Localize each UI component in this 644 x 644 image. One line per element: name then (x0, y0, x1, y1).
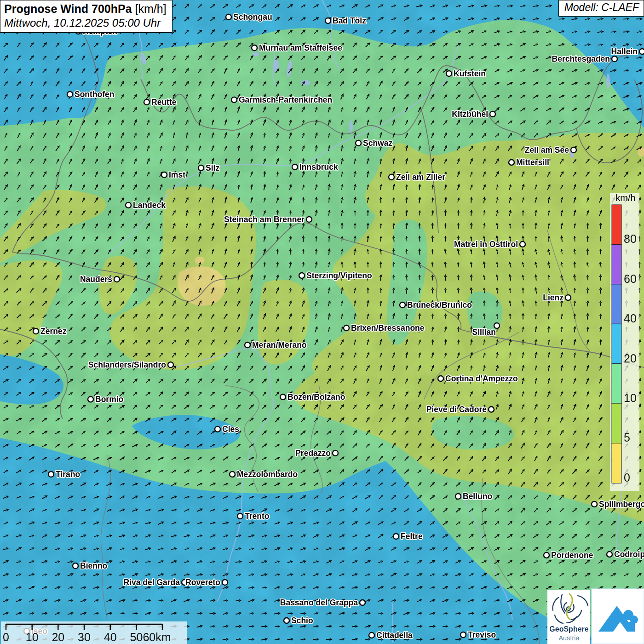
city-label: Tirano (56, 470, 80, 479)
map-title: Prognose Wind 700hPa (4, 2, 132, 15)
city-marker (222, 580, 228, 585)
city-marker (333, 450, 338, 456)
city-label: Belluno (463, 492, 492, 501)
city-label: Cittadella (376, 631, 413, 640)
city-label: Treviso (468, 630, 496, 639)
city-label: Mittersill (516, 158, 549, 167)
city-label: Mezzolombardo (237, 470, 298, 479)
city-label: Predazzo (295, 448, 331, 458)
legend-color-swatch (612, 244, 621, 284)
city-marker (356, 140, 361, 146)
legend-tick-label: 0 (624, 471, 630, 484)
city: Zell am See (525, 145, 576, 155)
city-label: Zell am See (525, 145, 569, 155)
city-label: Nauders (80, 275, 112, 284)
city-marker (455, 494, 461, 499)
city-label: Kufstein (454, 69, 486, 78)
legend-color-swatch (612, 205, 621, 245)
city: Meran/Merano (245, 340, 307, 350)
scale-tick-label: 30 (78, 631, 91, 644)
city-marker (284, 618, 289, 623)
city-marker (226, 14, 231, 20)
city-marker (571, 147, 576, 153)
weather-map-stage: SchongauBad TölzKemptenMurnau am Staffel… (0, 0, 644, 644)
city-label: Sterzing/Vipiteno (306, 271, 372, 280)
city: Matrei in Osttirol (454, 240, 525, 249)
city-marker (231, 97, 237, 103)
city-label: Cortina d'Ampezzo (445, 374, 518, 383)
city: Cortina d'Ampezzo (438, 374, 518, 383)
city: Brixen/Bressanone (344, 323, 425, 333)
city-marker (245, 342, 250, 348)
city-marker (325, 18, 331, 23)
city-marker (126, 202, 131, 208)
city-marker (639, 49, 644, 54)
city-label: Sonthofen (75, 90, 115, 99)
title-box: Prognose Wind 700hPa [km/h] Mittwoch, 10… (0, 0, 172, 33)
city-marker (369, 632, 374, 638)
city-label: Brixen/Bressanone (351, 323, 425, 333)
city: Bassano del Grappa (280, 598, 365, 607)
city: Berchtesgaden (552, 54, 617, 63)
city-marker (230, 472, 235, 477)
city: Schongau (226, 12, 272, 22)
city-label: Zernez (40, 327, 67, 336)
city-marker (344, 325, 349, 331)
legend-color-swatch (612, 324, 621, 364)
city-label: Lienz (543, 293, 564, 302)
lake (349, 121, 353, 133)
city: Mezzolombardo (230, 470, 298, 479)
scale-tick-label: 10 (26, 631, 39, 644)
map-title-line: Prognose Wind 700hPa [km/h] (4, 2, 167, 16)
city-label: Feltre (401, 532, 423, 541)
city: Pieve di Cadore (426, 405, 494, 414)
legend-color-swatch (612, 403, 621, 443)
city: Sterzing/Vipiteno (299, 271, 372, 280)
city-marker (592, 501, 597, 507)
legend-color-swatch (612, 284, 621, 324)
city-label: Bienno (80, 561, 107, 570)
legend-tick-label: 5 (624, 431, 630, 444)
city: Schlanders/Silandro (88, 360, 173, 369)
city: Bozen/Bolzano (280, 392, 345, 402)
city-label: Codroipo (614, 550, 644, 559)
city-marker (460, 632, 466, 638)
city-marker (544, 552, 549, 558)
city-label: Schwaz (363, 138, 392, 148)
city-marker (299, 273, 305, 278)
city-label: Garmisch-Partenkirchen (239, 95, 332, 104)
city-marker (393, 534, 399, 539)
city-marker (67, 92, 73, 97)
legend-color-swatch (612, 364, 621, 404)
city-label: Steinach am Brenner (224, 215, 305, 224)
city-marker (215, 426, 220, 432)
city-marker (509, 160, 514, 165)
city-label: Kitzbühel (452, 109, 488, 119)
city-label: Murnau am Staffelsee (259, 43, 342, 52)
city-marker (237, 513, 243, 519)
model-logo (592, 589, 644, 644)
city-marker (88, 397, 93, 402)
city-marker (520, 242, 525, 247)
city: Steinach am Brenner (224, 215, 312, 224)
city-marker (400, 302, 405, 308)
map-title-unit: [km/h] (135, 2, 167, 15)
legend-tick-label: 40 (624, 312, 637, 325)
city-marker (306, 217, 312, 222)
map-canvas: SchongauBad TölzKemptenMurnau am Staffel… (0, 0, 644, 644)
legend-tick-label: 20 (624, 352, 637, 365)
city-label: Rovereto (185, 578, 220, 587)
city: Riva del Garda (123, 578, 187, 587)
city: Murnau am Staffelsee (252, 43, 342, 52)
city-label: Matrei in Osttirol (454, 240, 518, 249)
scale-tick-label: 20 (52, 631, 64, 644)
city: Garmisch-Partenkirchen (231, 95, 332, 104)
scale-tick-label: 50 (130, 631, 143, 644)
geosphere-logo-country: Austria (558, 634, 580, 642)
city-label: Schlanders/Silandro (88, 360, 166, 369)
city-label: Bad Tölz (333, 16, 366, 25)
lake (253, 52, 259, 57)
wind-speed-legend: km/h806040201050 (610, 193, 639, 491)
legend-color-swatch (612, 443, 621, 483)
city-marker (360, 600, 365, 605)
